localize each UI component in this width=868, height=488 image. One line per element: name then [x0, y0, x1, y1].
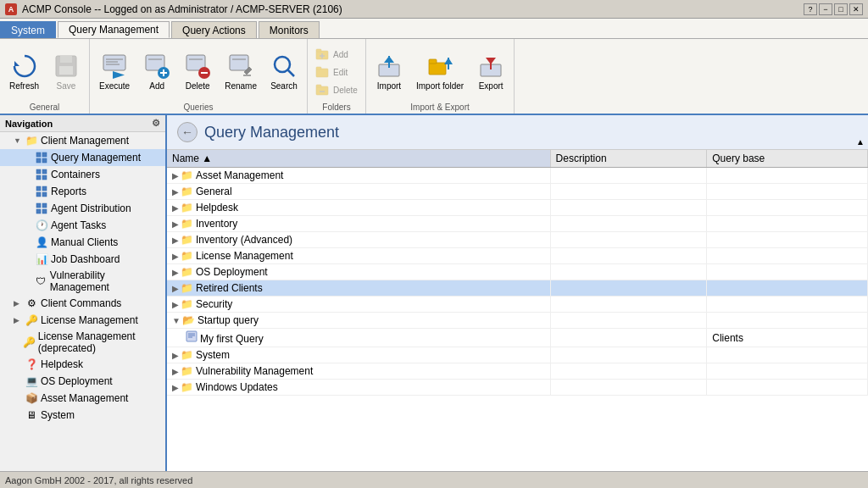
svg-rect-55 — [42, 203, 47, 208]
col-name[interactable]: Name ▲ — [167, 150, 550, 168]
nav-label-reports: Reports — [51, 186, 86, 197]
svg-rect-49 — [42, 175, 47, 180]
folders-edit-button[interactable]: Edit — [311, 64, 362, 80]
table-area[interactable]: Name ▲ Description Query base ▶📁Asset Ma… — [167, 150, 868, 471]
app-icon: A — [5, 3, 17, 15]
save-icon — [53, 53, 80, 80]
svg-rect-3 — [59, 66, 73, 75]
help-button[interactable]: ? — [804, 3, 817, 15]
nav-item-containers[interactable]: Containers — [0, 166, 165, 183]
table-row-my-first-query[interactable]: My first Query Clients — [167, 329, 868, 347]
table-row-startup-query[interactable]: ▼📂Startup query — [167, 313, 868, 329]
nav-label-client-management: Client Management — [41, 135, 129, 147]
content-area: ← Query Management Name ▲ Description Qu… — [167, 115, 868, 471]
tab-query-actions[interactable]: Query Actions — [171, 21, 257, 38]
key-old-icon: 🔑 — [23, 336, 36, 349]
folders-add-button[interactable]: Add — [311, 46, 362, 63]
save-button[interactable]: Save — [47, 46, 86, 98]
nav-label-system: System — [41, 409, 75, 421]
search-icon — [270, 53, 298, 80]
expand-icon-lm: ▶ — [14, 316, 22, 324]
ribbon-group-folders: Add Edit Delete Folders — [308, 39, 366, 114]
table-row[interactable]: ▶📁Security — [167, 297, 868, 313]
nav-item-agent-distribution[interactable]: Agent Distribution — [0, 200, 165, 217]
svg-rect-27 — [316, 69, 328, 77]
add-query-button[interactable]: Add — [137, 46, 176, 98]
shield-icon: 🛡 — [35, 274, 47, 288]
folders-edit-icon — [315, 65, 329, 79]
col-description[interactable]: Description — [550, 150, 707, 168]
table-row[interactable]: ▶📁Windows Updates — [167, 380, 868, 396]
table-row[interactable]: ▶📁Vulnerability Management — [167, 363, 868, 380]
nav-item-query-management[interactable]: Query Management — [0, 149, 165, 166]
export-label: Export — [479, 81, 504, 91]
svg-rect-29 — [316, 86, 328, 95]
refresh-button[interactable]: Refresh — [3, 46, 45, 98]
window-controls[interactable]: ? − □ ✕ — [804, 3, 863, 15]
nav-label-helpdesk: Helpdesk — [41, 358, 83, 370]
tab-system[interactable]: System — [0, 21, 56, 38]
delete-query-icon — [184, 53, 211, 80]
tab-query-management[interactable]: Query Management — [58, 21, 170, 38]
add-query-label: Add — [149, 81, 164, 91]
nav-label-os-deployment: OS Deployment — [41, 375, 113, 387]
nav-item-client-management[interactable]: ▼ 📁 Client Management — [0, 132, 165, 149]
nav-item-helpdesk[interactable]: ❓ Helpdesk — [0, 356, 165, 373]
main-area: Navigation ⚙ ▼ 📁 Client Management Query… — [0, 115, 868, 471]
svg-rect-50 — [36, 186, 41, 191]
table-row[interactable]: ▶📁Asset Management — [167, 168, 868, 184]
expand-icon: ▶ — [172, 187, 179, 197]
nav-item-agent-tasks[interactable]: 🕐 Agent Tasks — [0, 217, 165, 234]
table-row[interactable]: ▶📁Inventory (Advanced) — [167, 232, 868, 248]
export-icon — [477, 53, 504, 80]
nav-item-system[interactable]: 🖥 System — [0, 407, 165, 424]
table-row-retired-clients[interactable]: ▶📁Retired Clients — [167, 280, 868, 297]
folders-delete-button[interactable]: Delete — [311, 81, 362, 98]
table-row[interactable]: ▶📁Helpdesk — [167, 200, 868, 216]
rename-label: Rename — [225, 81, 257, 91]
nav-label-job-dashboard: Job Dashboard — [51, 253, 120, 265]
nav-title: Navigation — [5, 119, 53, 129]
import-folder-button[interactable]: Import folder — [410, 46, 470, 98]
import-button[interactable]: Import — [370, 46, 409, 98]
nav-item-manual-clients[interactable]: 👤 Manual Clients — [0, 234, 165, 251]
nav-item-client-commands[interactable]: ▶ ⚙ Client Commands — [0, 295, 165, 312]
svg-rect-2 — [60, 56, 72, 63]
col-query-base[interactable]: Query base — [707, 150, 868, 168]
nav-item-vulnerability-management[interactable]: 🛡 Vulnerability Management — [0, 268, 165, 295]
nav-item-asset-management[interactable]: 📦 Asset Management — [0, 390, 165, 407]
nav-item-os-deployment[interactable]: 💻 OS Deployment — [0, 373, 165, 390]
table-row[interactable]: ▶📁License Management — [167, 248, 868, 264]
folder-icon: 📁 — [181, 234, 193, 246]
back-button[interactable]: ← — [177, 122, 198, 142]
close-button[interactable]: ✕ — [849, 3, 863, 15]
delete-query-label: Delete — [186, 81, 210, 91]
table-row[interactable]: ▶📁Inventory — [167, 216, 868, 232]
nav-label-license-management: License Management — [41, 314, 138, 326]
rename-button[interactable]: Rename — [219, 46, 263, 98]
svg-rect-35 — [429, 63, 446, 75]
delete-query-button[interactable]: Delete — [178, 46, 217, 98]
folder-icon: 📁 — [181, 381, 193, 393]
folder-icon: 📁 — [181, 282, 193, 294]
execute-button[interactable]: Execute — [93, 46, 136, 98]
ribbon-collapse-button[interactable]: ▲ — [856, 137, 865, 147]
nav-item-job-dashboard[interactable]: 📊 Job Dashboard — [0, 251, 165, 268]
nav-settings-icon[interactable]: ⚙ — [152, 118, 160, 129]
expand-icon: ▼ — [14, 136, 22, 145]
svg-rect-53 — [42, 192, 47, 197]
search-button[interactable]: Search — [264, 46, 303, 98]
nav-item-license-management[interactable]: ▶ 🔑 License Management — [0, 312, 165, 329]
execute-label: Execute — [99, 81, 130, 91]
nav-item-license-management-deprecated[interactable]: 🔑 License Management (deprecated) — [0, 329, 165, 356]
table-row[interactable]: ▶📁System — [167, 347, 868, 363]
nav-item-reports[interactable]: Reports — [0, 183, 165, 200]
export-button[interactable]: Export — [471, 46, 510, 98]
minimize-button[interactable]: − — [819, 3, 832, 15]
ribbon-group-import-export: Import Import folder Export Import & Exp… — [366, 39, 515, 114]
containers-icon — [35, 168, 48, 181]
tab-monitors[interactable]: Monitors — [259, 21, 320, 38]
maximize-button[interactable]: □ — [834, 3, 848, 15]
table-row[interactable]: ▶📁OS Deployment — [167, 264, 868, 280]
table-row[interactable]: ▶📁General — [167, 184, 868, 200]
